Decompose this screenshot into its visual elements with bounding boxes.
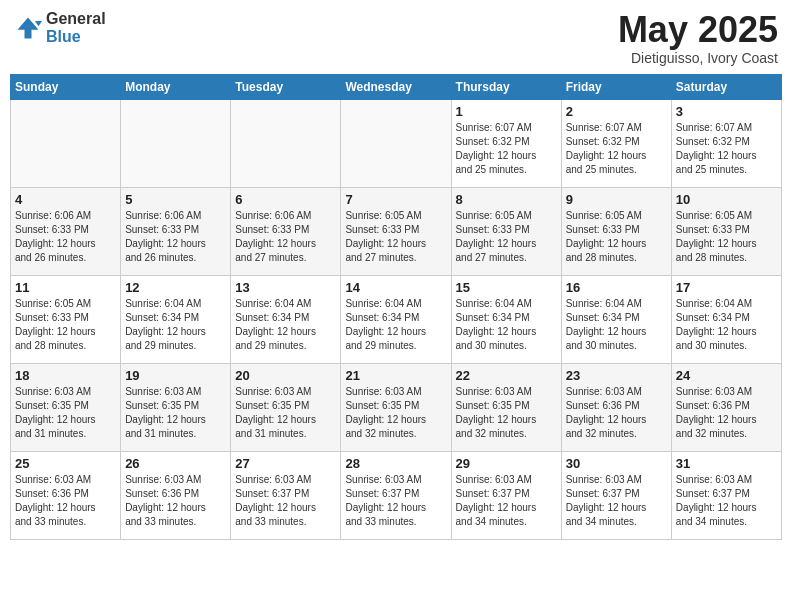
day-number: 30 [566,456,667,471]
day-info: Sunrise: 6:07 AM Sunset: 6:32 PM Dayligh… [676,121,777,177]
day-info: Sunrise: 6:05 AM Sunset: 6:33 PM Dayligh… [15,297,116,353]
day-number: 25 [15,456,116,471]
day-number: 19 [125,368,226,383]
day-info: Sunrise: 6:03 AM Sunset: 6:36 PM Dayligh… [15,473,116,529]
logo-icon [14,14,42,42]
calendar-cell: 12Sunrise: 6:04 AM Sunset: 6:34 PM Dayli… [121,275,231,363]
location: Dietiguisso, Ivory Coast [618,50,778,66]
day-info: Sunrise: 6:05 AM Sunset: 6:33 PM Dayligh… [676,209,777,265]
day-number: 27 [235,456,336,471]
calendar-cell: 9Sunrise: 6:05 AM Sunset: 6:33 PM Daylig… [561,187,671,275]
svg-marker-1 [18,17,39,38]
title-block: May 2025 Dietiguisso, Ivory Coast [618,10,778,66]
calendar-cell: 27Sunrise: 6:03 AM Sunset: 6:37 PM Dayli… [231,451,341,539]
day-info: Sunrise: 6:06 AM Sunset: 6:33 PM Dayligh… [15,209,116,265]
logo-general: General [46,10,106,28]
calendar-cell: 31Sunrise: 6:03 AM Sunset: 6:37 PM Dayli… [671,451,781,539]
day-number: 10 [676,192,777,207]
day-number: 6 [235,192,336,207]
calendar-week-row: 18Sunrise: 6:03 AM Sunset: 6:35 PM Dayli… [11,363,782,451]
day-info: Sunrise: 6:03 AM Sunset: 6:36 PM Dayligh… [566,385,667,441]
calendar-cell: 2Sunrise: 6:07 AM Sunset: 6:32 PM Daylig… [561,99,671,187]
calendar-cell: 26Sunrise: 6:03 AM Sunset: 6:36 PM Dayli… [121,451,231,539]
calendar-cell: 7Sunrise: 6:05 AM Sunset: 6:33 PM Daylig… [341,187,451,275]
calendar-cell: 22Sunrise: 6:03 AM Sunset: 6:35 PM Dayli… [451,363,561,451]
day-number: 11 [15,280,116,295]
day-number: 23 [566,368,667,383]
day-info: Sunrise: 6:04 AM Sunset: 6:34 PM Dayligh… [125,297,226,353]
calendar-cell: 21Sunrise: 6:03 AM Sunset: 6:35 PM Dayli… [341,363,451,451]
calendar-cell: 28Sunrise: 6:03 AM Sunset: 6:37 PM Dayli… [341,451,451,539]
day-number: 17 [676,280,777,295]
weekday-header-sunday: Sunday [11,74,121,99]
calendar-cell: 25Sunrise: 6:03 AM Sunset: 6:36 PM Dayli… [11,451,121,539]
weekday-header-wednesday: Wednesday [341,74,451,99]
calendar-cell [11,99,121,187]
calendar-cell: 13Sunrise: 6:04 AM Sunset: 6:34 PM Dayli… [231,275,341,363]
day-info: Sunrise: 6:07 AM Sunset: 6:32 PM Dayligh… [456,121,557,177]
calendar-cell: 6Sunrise: 6:06 AM Sunset: 6:33 PM Daylig… [231,187,341,275]
calendar-cell: 3Sunrise: 6:07 AM Sunset: 6:32 PM Daylig… [671,99,781,187]
day-info: Sunrise: 6:04 AM Sunset: 6:34 PM Dayligh… [676,297,777,353]
day-number: 13 [235,280,336,295]
calendar-cell: 1Sunrise: 6:07 AM Sunset: 6:32 PM Daylig… [451,99,561,187]
day-info: Sunrise: 6:03 AM Sunset: 6:35 PM Dayligh… [125,385,226,441]
day-info: Sunrise: 6:03 AM Sunset: 6:35 PM Dayligh… [345,385,446,441]
day-number: 21 [345,368,446,383]
day-info: Sunrise: 6:03 AM Sunset: 6:35 PM Dayligh… [235,385,336,441]
day-number: 2 [566,104,667,119]
day-info: Sunrise: 6:07 AM Sunset: 6:32 PM Dayligh… [566,121,667,177]
day-number: 14 [345,280,446,295]
logo-blue: Blue [46,28,106,46]
calendar-cell: 16Sunrise: 6:04 AM Sunset: 6:34 PM Dayli… [561,275,671,363]
calendar-cell: 19Sunrise: 6:03 AM Sunset: 6:35 PM Dayli… [121,363,231,451]
svg-marker-2 [35,21,42,26]
calendar-cell: 18Sunrise: 6:03 AM Sunset: 6:35 PM Dayli… [11,363,121,451]
calendar-table: SundayMondayTuesdayWednesdayThursdayFrid… [10,74,782,540]
day-number: 7 [345,192,446,207]
day-number: 4 [15,192,116,207]
day-info: Sunrise: 6:03 AM Sunset: 6:36 PM Dayligh… [125,473,226,529]
calendar-cell: 5Sunrise: 6:06 AM Sunset: 6:33 PM Daylig… [121,187,231,275]
weekday-header-tuesday: Tuesday [231,74,341,99]
calendar-week-row: 25Sunrise: 6:03 AM Sunset: 6:36 PM Dayli… [11,451,782,539]
day-info: Sunrise: 6:05 AM Sunset: 6:33 PM Dayligh… [566,209,667,265]
day-info: Sunrise: 6:04 AM Sunset: 6:34 PM Dayligh… [345,297,446,353]
calendar-cell: 30Sunrise: 6:03 AM Sunset: 6:37 PM Dayli… [561,451,671,539]
calendar-cell: 17Sunrise: 6:04 AM Sunset: 6:34 PM Dayli… [671,275,781,363]
day-number: 3 [676,104,777,119]
weekday-header-saturday: Saturday [671,74,781,99]
day-number: 16 [566,280,667,295]
day-info: Sunrise: 6:03 AM Sunset: 6:36 PM Dayligh… [676,385,777,441]
day-number: 29 [456,456,557,471]
day-info: Sunrise: 6:06 AM Sunset: 6:33 PM Dayligh… [235,209,336,265]
day-info: Sunrise: 6:05 AM Sunset: 6:33 PM Dayligh… [345,209,446,265]
day-number: 28 [345,456,446,471]
day-info: Sunrise: 6:04 AM Sunset: 6:34 PM Dayligh… [566,297,667,353]
day-number: 1 [456,104,557,119]
day-number: 18 [15,368,116,383]
calendar-week-row: 11Sunrise: 6:05 AM Sunset: 6:33 PM Dayli… [11,275,782,363]
day-info: Sunrise: 6:06 AM Sunset: 6:33 PM Dayligh… [125,209,226,265]
day-info: Sunrise: 6:03 AM Sunset: 6:37 PM Dayligh… [566,473,667,529]
calendar-cell: 20Sunrise: 6:03 AM Sunset: 6:35 PM Dayli… [231,363,341,451]
calendar-cell: 4Sunrise: 6:06 AM Sunset: 6:33 PM Daylig… [11,187,121,275]
weekday-header-monday: Monday [121,74,231,99]
day-info: Sunrise: 6:05 AM Sunset: 6:33 PM Dayligh… [456,209,557,265]
calendar-cell: 29Sunrise: 6:03 AM Sunset: 6:37 PM Dayli… [451,451,561,539]
day-number: 5 [125,192,226,207]
page-header: General Blue May 2025 Dietiguisso, Ivory… [10,10,782,66]
calendar-cell: 14Sunrise: 6:04 AM Sunset: 6:34 PM Dayli… [341,275,451,363]
calendar-cell: 8Sunrise: 6:05 AM Sunset: 6:33 PM Daylig… [451,187,561,275]
day-info: Sunrise: 6:04 AM Sunset: 6:34 PM Dayligh… [235,297,336,353]
logo-text: General Blue [46,10,106,45]
calendar-cell: 15Sunrise: 6:04 AM Sunset: 6:34 PM Dayli… [451,275,561,363]
day-number: 22 [456,368,557,383]
day-number: 9 [566,192,667,207]
day-number: 15 [456,280,557,295]
calendar-cell: 10Sunrise: 6:05 AM Sunset: 6:33 PM Dayli… [671,187,781,275]
calendar-cell [231,99,341,187]
calendar-cell: 24Sunrise: 6:03 AM Sunset: 6:36 PM Dayli… [671,363,781,451]
calendar-cell: 23Sunrise: 6:03 AM Sunset: 6:36 PM Dayli… [561,363,671,451]
calendar-cell [121,99,231,187]
